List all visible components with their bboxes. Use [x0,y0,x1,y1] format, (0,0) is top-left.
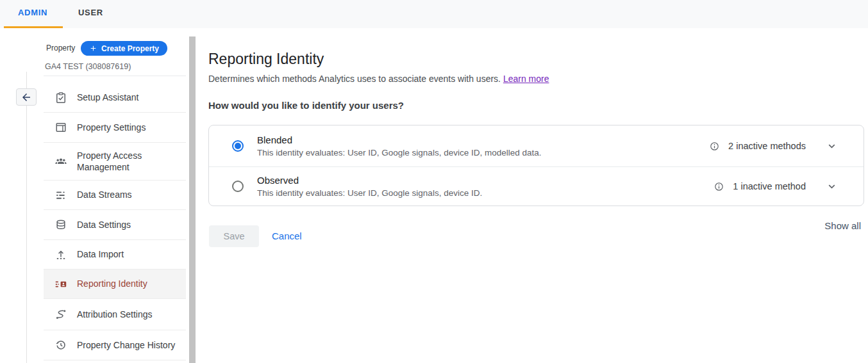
property-selector[interactable]: GA4 TEST (308087619) [45,62,131,71]
page-title: Reporting Identity [208,51,324,68]
sidebar-item-label: Property Change History [77,339,175,351]
option-title: Blended [257,134,541,145]
info-icon[interactable] [714,181,724,192]
people-icon [54,155,67,168]
page-description-text: Determines which methods Analytics uses … [208,74,501,84]
cancel-button[interactable]: Cancel [272,230,302,241]
inactive-methods-label: 1 inactive method [733,181,806,191]
collapse-panel-button[interactable] [16,88,37,106]
tab-user[interactable]: USER [78,8,103,17]
tab-admin[interactable]: ADMIN [18,8,47,17]
create-property-label: Create Property [101,44,159,53]
radio-blended[interactable] [232,140,244,152]
database-icon [54,218,67,231]
option-text: Observed This identity evaluates: User I… [257,175,482,198]
property-column-label: Property [46,44,75,52]
sidebar-item-label: Property Access Management [77,150,186,173]
route-icon [54,308,67,321]
option-observed[interactable]: Observed This identity evaluates: User I… [209,166,864,206]
option-blended[interactable]: Blended This identity evaluates: User ID… [209,125,864,166]
upload-icon [54,248,67,261]
sidebar-item-attribution-settings[interactable]: Attribution Settings [44,299,186,330]
inactive-methods-label: 2 inactive methods [728,141,806,151]
sidebar-item-property-access-management[interactable]: Property Access Management [44,143,186,181]
sidebar-item-label: Data Streams [77,189,132,200]
identity-options-card: Blended This identity evaluates: User ID… [208,125,864,206]
identity-card-icon [54,278,67,291]
sidebar-item-label: Reporting Identity [77,278,147,289]
window-layout-icon [54,121,67,134]
sidebar-item-data-streams[interactable]: Data Streams [44,181,186,210]
option-right-group: 2 inactive methods [709,140,838,152]
save-button[interactable]: Save [209,225,259,247]
plus-icon [89,44,97,52]
sidebar-item-property-settings[interactable]: Property Settings [44,113,186,143]
option-title: Observed [257,175,482,186]
sidebar-item-data-settings[interactable]: Data Settings [44,210,186,240]
sidebar-divider [44,76,186,76]
chevron-down-icon[interactable] [826,181,838,193]
create-property-button[interactable]: Create Property [81,41,167,56]
sidebar-item-label: Data Settings [77,219,131,230]
property-settings-menu: Setup Assistant Property Settings Proper… [44,83,186,360]
history-icon [54,339,67,351]
column-divider [26,72,27,363]
radio-observed[interactable] [232,181,244,192]
learn-more-link[interactable]: Learn more [503,74,549,84]
stream-list-icon [54,189,67,202]
chevron-down-icon[interactable] [826,140,838,152]
sidebar-item-reporting-identity[interactable]: Reporting Identity [44,270,186,299]
identity-question-heading: How would you like to identify your user… [208,100,404,111]
admin-header-bar: ADMIN USER [0,0,868,28]
option-description: This identity evaluates: User ID, Google… [257,188,482,198]
option-description: This identity evaluates: User ID, Google… [257,148,541,157]
sidebar-item-label: Property Settings [77,122,146,133]
active-tab-underline [4,26,63,28]
sidebar-scrollbar[interactable] [189,36,196,363]
info-icon[interactable] [709,141,720,152]
sidebar-item-setup-assistant[interactable]: Setup Assistant [44,83,186,113]
sidebar-item-label: Setup Assistant [77,92,139,103]
option-right-group: 1 inactive method [714,181,838,193]
arrow-left-icon [21,92,32,103]
page-description: Determines which methods Analytics uses … [208,74,549,84]
sidebar-item-label: Attribution Settings [77,309,153,320]
sidebar-item-property-change-history[interactable]: Property Change History [44,330,186,360]
sidebar-item-data-import[interactable]: Data Import [44,240,186,270]
option-text: Blended This identity evaluates: User ID… [257,134,541,157]
sidebar-item-label: Data Import [77,248,124,260]
clipboard-check-icon [54,92,67,104]
show-all-link[interactable]: Show all [824,220,861,231]
